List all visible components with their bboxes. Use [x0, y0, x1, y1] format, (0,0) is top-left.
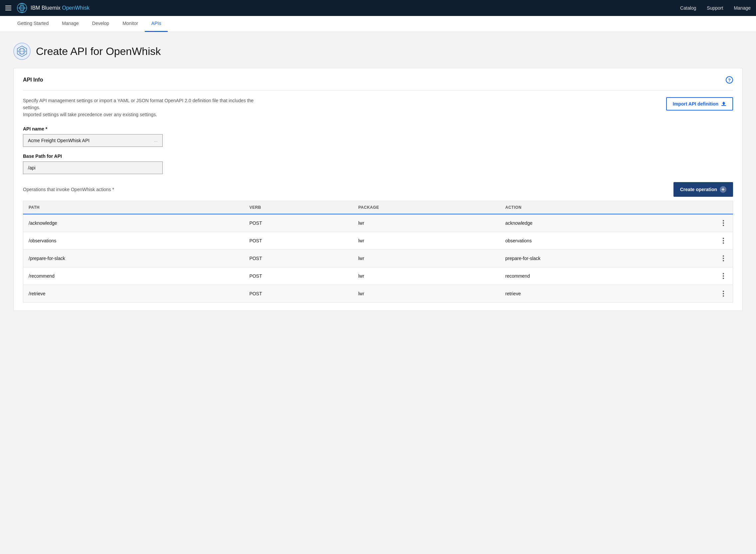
- table-row: /retrieve POST lwr retrieve: [23, 285, 733, 302]
- cell-path: /observations: [23, 232, 244, 250]
- cell-path: /prepare-for-slack: [23, 250, 244, 267]
- page-header: Create API for OpenWhisk: [13, 43, 743, 60]
- api-info-card: API Info ? Specify API management settin…: [13, 68, 743, 311]
- table-row: /recommend POST lwr recommend: [23, 267, 733, 285]
- row-more-icon[interactable]: [719, 290, 728, 298]
- cell-verb: POST: [244, 232, 353, 250]
- table-row: /observations POST lwr observations: [23, 232, 733, 250]
- topbar-nav: Catalog Support Manage: [680, 5, 751, 11]
- api-name-value: Acme Freight OpenWhisk API: [28, 138, 89, 143]
- cell-more[interactable]: [714, 250, 733, 267]
- col-actions: [714, 201, 733, 214]
- cell-path: /acknowledge: [23, 214, 244, 232]
- cell-action: recommend: [500, 267, 714, 285]
- row-more-icon[interactable]: [719, 254, 728, 262]
- api-info-section-title: API Info: [23, 77, 43, 83]
- subnav-monitor[interactable]: Monitor: [116, 16, 145, 32]
- col-verb: VERB: [244, 201, 353, 214]
- subnav-develop[interactable]: Develop: [85, 16, 116, 32]
- topbar-nav-manage[interactable]: Manage: [734, 5, 751, 11]
- subnav-getting-started[interactable]: Getting Started: [11, 16, 55, 32]
- row-more-icon[interactable]: [719, 272, 728, 280]
- api-name-label: API name *: [23, 126, 733, 131]
- cell-package: lwr: [353, 250, 500, 267]
- cell-path: /recommend: [23, 267, 244, 285]
- page-header-icon: [13, 43, 30, 60]
- col-action: ACTION: [500, 201, 714, 214]
- subnav-manage[interactable]: Manage: [55, 16, 85, 32]
- main-content: Create API for OpenWhisk API Info ? Spec…: [0, 32, 756, 554]
- cell-verb: POST: [244, 267, 353, 285]
- cell-action: retrieve: [500, 285, 714, 302]
- operations-table: PATH VERB PACKAGE ACTION /acknowledge PO…: [23, 201, 733, 302]
- cell-package: lwr: [353, 214, 500, 232]
- cell-more[interactable]: [714, 285, 733, 302]
- description-text: Specify API management settings or impor…: [23, 97, 262, 118]
- topbar-nav-support[interactable]: Support: [707, 5, 723, 11]
- import-btn-label: Import API definition: [673, 101, 718, 107]
- cell-package: lwr: [353, 285, 500, 302]
- cell-action: acknowledge: [500, 214, 714, 232]
- create-operation-button[interactable]: Create operation +: [674, 182, 733, 197]
- subnav: Getting Started Manage Develop Monitor A…: [0, 16, 756, 32]
- table-body: /acknowledge POST lwr acknowledge /obser…: [23, 214, 733, 302]
- subnav-apis[interactable]: APIs: [145, 16, 168, 32]
- base-path-field: Base Path for API /api: [23, 154, 733, 174]
- page-title: Create API for OpenWhisk: [36, 45, 161, 58]
- description-row: Specify API management settings or impor…: [23, 97, 733, 118]
- cell-path: /retrieve: [23, 285, 244, 302]
- table-row: /acknowledge POST lwr acknowledge: [23, 214, 733, 232]
- operations-label: Operations that invoke OpenWhisk actions…: [23, 187, 114, 192]
- api-name-field: API name * Acme Freight OpenWhisk API …: [23, 126, 733, 147]
- create-op-btn-label: Create operation: [680, 187, 717, 192]
- hamburger-menu[interactable]: [5, 6, 11, 10]
- svg-rect-9: [721, 105, 726, 106]
- row-more-icon[interactable]: [719, 219, 728, 227]
- topbar-logo: IBM Bluemix OpenWhisk: [17, 3, 89, 13]
- base-path-input[interactable]: /api: [23, 162, 163, 174]
- section-divider: [23, 90, 733, 91]
- page-icon-svg: [16, 45, 28, 57]
- cell-more[interactable]: [714, 214, 733, 232]
- cell-more[interactable]: [714, 267, 733, 285]
- cell-action: observations: [500, 232, 714, 250]
- base-path-value: /api: [28, 165, 36, 170]
- cell-package: lwr: [353, 267, 500, 285]
- cell-more[interactable]: [714, 232, 733, 250]
- base-path-label: Base Path for API: [23, 154, 733, 159]
- topbar-nav-catalog[interactable]: Catalog: [680, 5, 696, 11]
- col-package: PACKAGE: [353, 201, 500, 214]
- table-header: PATH VERB PACKAGE ACTION: [23, 201, 733, 214]
- api-name-input-icon: …: [154, 138, 158, 143]
- cell-package: lwr: [353, 232, 500, 250]
- topbar-brand-text: IBM Bluemix OpenWhisk: [30, 5, 89, 11]
- row-more-icon[interactable]: [719, 237, 728, 245]
- cell-verb: POST: [244, 285, 353, 302]
- api-info-section-header: API Info ?: [23, 76, 733, 84]
- svg-marker-10: [722, 102, 726, 105]
- openwhisk-logo-icon: [17, 3, 27, 13]
- upload-icon: [721, 101, 727, 107]
- cell-verb: POST: [244, 214, 353, 232]
- api-name-input[interactable]: Acme Freight OpenWhisk API …: [23, 134, 163, 147]
- help-icon[interactable]: ?: [726, 76, 733, 84]
- topbar: IBM Bluemix OpenWhisk Catalog Support Ma…: [0, 0, 756, 16]
- table-row: /prepare-for-slack POST lwr prepare-for-…: [23, 250, 733, 267]
- import-api-definition-button[interactable]: Import API definition: [666, 97, 733, 111]
- cell-verb: POST: [244, 250, 353, 267]
- col-path: PATH: [23, 201, 244, 214]
- create-op-plus-icon: +: [720, 186, 727, 193]
- cell-action: prepare-for-slack: [500, 250, 714, 267]
- table-header-row: PATH VERB PACKAGE ACTION: [23, 201, 733, 214]
- operations-row: Operations that invoke OpenWhisk actions…: [23, 182, 733, 197]
